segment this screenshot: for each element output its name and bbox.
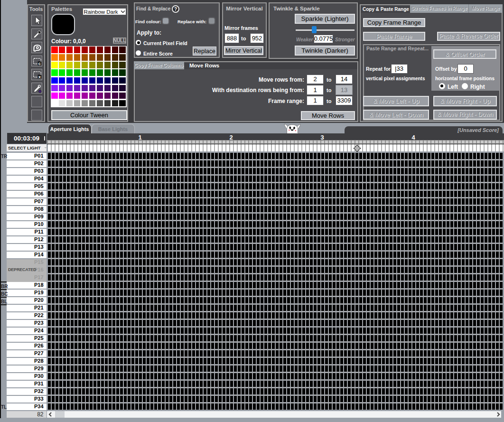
- svg-text:x: x: [38, 74, 41, 79]
- svg-text:c: c: [38, 61, 41, 66]
